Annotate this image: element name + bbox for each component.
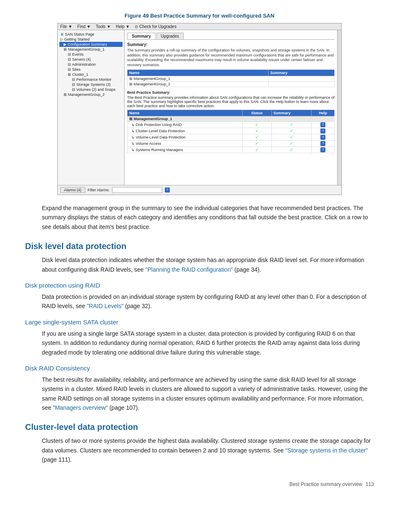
link-raid-config[interactable]: "Planning the RAID configuration" [145,266,233,273]
menu-check-upgrades[interactable]: ⊙ Check for Upgrades [135,24,176,29]
table-row[interactable]: ↳ Disk Protection Using RAID ✓ ✓ ? [128,121,335,128]
summary-section: Summary: The summary provides a roll-up … [127,42,335,87]
section-large-sata: Large single-system SATA cluster [25,319,374,326]
section-disk-protection: Disk protection using RAID [25,282,374,289]
table-row[interactable]: ↳ Cluster-Level Data Protection ✓ ✓ ? [128,128,335,134]
menu-file[interactable]: File ▼ [60,24,72,29]
bp-col-summary: Summary [271,110,312,116]
bp-description: The Best Practice summary provides infor… [127,95,335,108]
menu-find[interactable]: Find ▼ [77,24,91,29]
body-expand-text: Expand the management group in the summa… [25,203,374,231]
sidebar-item-mgmt2[interactable]: ⊞ ManagementGroup_2 [59,92,123,97]
summary-col-name: Name [128,69,269,76]
filter-alarms-input[interactable] [112,187,162,193]
cluster-level-body: Clusters of two or more systems provide … [25,436,374,464]
screenshot-box: File ▼ Find ▼ Tools ▼ Help ▼ ⊙ Check for… [57,23,342,195]
tab-summary[interactable]: Summary [127,33,156,39]
figure-caption: Figure 49 Best Practice Summary for well… [25,13,374,19]
sidebar-item-events[interactable]: ⊟ Events [59,52,123,57]
sidebar-item-config-summary[interactable]: ▶ Configuration Summary [59,42,123,47]
section-cluster-level: Cluster-level data protection [25,422,374,432]
bp-col-status: Status [242,110,271,116]
sidebar-item-san-status[interactable]: 🖥 SAN Status Page [59,32,123,37]
summary-description: The summary provides a roll-up summary o… [127,48,335,68]
sidebar-item-volumes[interactable]: ⊟ Volumes (2) and Snaps [59,87,123,92]
screenshot-sidebar: 🖥 SAN Status Page ▷ Getting Started ▶ Co… [58,30,125,185]
table-row[interactable]: ⊞ ManagementGroup_2 [128,81,335,87]
link-storage-systems[interactable]: "Storage systems in the cluster" [285,447,368,454]
table-row[interactable]: ⊞ ManagementGroup_1 [128,76,335,81]
page-footer: Best Practice summary overview 113 [25,481,374,487]
summary-title: Summary: [127,42,335,47]
cluster-level-text: Clusters of two or more systems provide … [42,436,374,464]
table-row[interactable]: ↳ Volume-Level Data Protection ✓ ✓ ? [128,134,335,140]
tab-bar: Summary Upgrades [127,33,335,40]
large-sata-text: If you are using a single large SATA sto… [42,329,374,357]
link-managers-overview[interactable]: "Managers overview" [53,404,107,411]
sidebar-item-servers[interactable]: ⊟ Servers (4) [59,57,123,62]
sidebar-item-mgmt1[interactable]: ⊞ ManagementGroup_1 [59,47,123,52]
alarms-bar: Alarms (4) Filter Alarms: ? [58,185,341,195]
summary-col-summary: Summary [269,69,335,76]
large-sata-body: If you are using a single large SATA sto… [25,329,374,357]
table-row[interactable]: ↳ Systems Running Managers ✓ ✓ ? [128,146,335,153]
disk-level-text: Disk level data protection indicates whe… [42,255,374,274]
sidebar-item-getting-started[interactable]: ▷ Getting Started [59,37,123,42]
section-disk-level: Disk level data protection [25,242,374,251]
sidebar-item-cluster1[interactable]: ⊞ Cluster_1 [59,72,123,77]
alarms-help-icon[interactable]: ? [165,188,170,193]
link-raid-levels[interactable]: "RAID Levels" [87,303,123,309]
disk-level-body: Disk level data protection indicates whe… [25,255,374,274]
alarms-tab[interactable]: Alarms (4) [60,187,85,193]
table-row[interactable]: ⊞ ManagementGroup_1 [128,116,335,121]
screenshot-main: Summary Upgrades Summary: The summary pr… [125,30,337,185]
section-disk-raid: Disk RAID Consistency [25,365,374,372]
bp-table: Name Status Summary Help ⊞ ManagementGro… [127,110,335,153]
bp-col-help: Help [312,110,335,116]
screenshot-body: 🖥 SAN Status Page ▷ Getting Started ▶ Co… [58,30,341,185]
disk-raid-body: The best results for availability, relia… [25,375,374,413]
disk-protection-body: Data protection is provided on an indivi… [25,292,374,311]
screenshot-menubar: File ▼ Find ▼ Tools ▼ Help ▼ ⊙ Check for… [58,23,341,30]
disk-raid-text: The best results for availability, relia… [42,375,374,413]
menu-help[interactable]: Help ▼ [116,24,130,29]
menu-tools[interactable]: Tools ▼ [96,24,111,29]
disk-protection-text: Data protection is provided on an indivi… [42,292,374,311]
bp-title: Best Practice Summary: [127,90,335,95]
filter-label: Filter Alarms: [88,188,110,192]
footer-page: 113 [366,481,374,487]
sidebar-item-storage-sys[interactable]: ⊟ Storage Systems (3) [59,82,123,87]
table-row[interactable]: ↳ Volume Access ✓ ✓ ? [128,140,335,146]
best-practice-section: Best Practice Summary: The Best Practice… [127,90,335,153]
bp-col-name: Name [128,110,243,116]
sidebar-item-perf-monitor[interactable]: ⊟ Performance Monitor [59,77,123,82]
summary-table: Name Summary ⊞ ManagementGroup_1 ⊞ Manag… [127,69,335,87]
footer-text: Best Practice summary overview [289,481,362,487]
scrollbar[interactable] [337,30,341,185]
sidebar-item-sites[interactable]: ⊟ Sites [59,67,123,72]
sidebar-item-admin[interactable]: ⊟ Administration [59,62,123,67]
tab-upgrades[interactable]: Upgrades [156,33,184,39]
